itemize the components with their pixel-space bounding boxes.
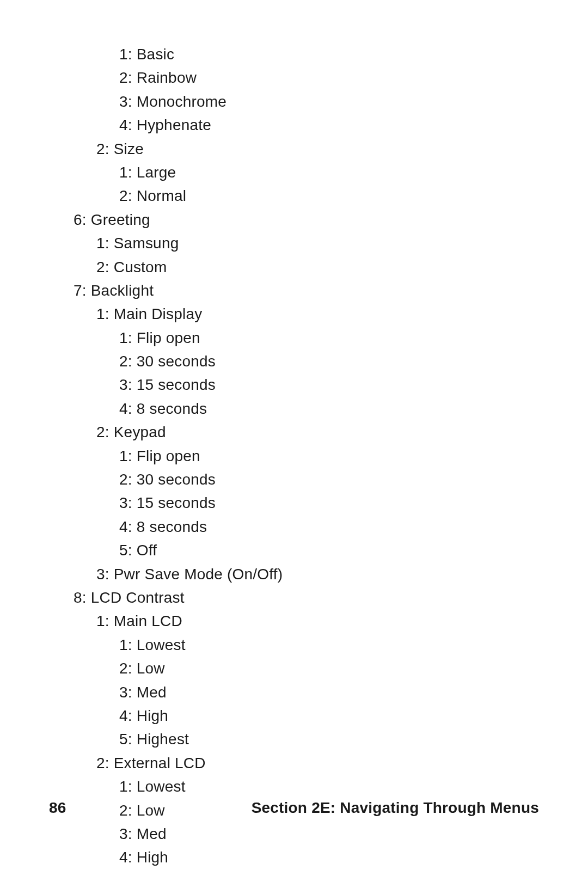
menu-item: 4: High	[74, 846, 539, 869]
menu-item: 6: Greeting	[74, 208, 539, 231]
menu-item: 1: Lowest	[74, 633, 539, 657]
page-number: 86	[49, 799, 66, 817]
menu-item: 5: Highest	[74, 727, 539, 751]
menu-item: 3: 15 seconds	[74, 373, 539, 396]
menu-item: 1: Samsung	[74, 231, 539, 255]
document-page: 1: Basic2: Rainbow3: Monochrome4: Hyphen…	[0, 0, 588, 882]
menu-item: 1: Main Display	[74, 302, 539, 326]
menu-item: 4: 8 seconds	[74, 397, 539, 420]
menu-item: 2: Custom	[74, 255, 539, 279]
menu-item: 1: Lowest	[74, 775, 539, 798]
menu-item: 4: Hyphenate	[74, 113, 539, 137]
menu-item: 2: Low	[74, 657, 539, 680]
menu-item: 2: External LCD	[74, 751, 539, 775]
menu-item: 1: Main LCD	[74, 609, 539, 633]
menu-list: 1: Basic2: Rainbow3: Monochrome4: Hyphen…	[74, 42, 539, 869]
menu-item: 8: LCD Contrast	[74, 586, 539, 609]
menu-item: 7: Backlight	[74, 279, 539, 302]
menu-item: 3: Monochrome	[74, 90, 539, 113]
menu-item: 5: Off	[74, 538, 539, 562]
menu-item: 2: 30 seconds	[74, 468, 539, 491]
menu-item: 3: Med	[74, 681, 539, 704]
section-title: Section 2E: Navigating Through Menus	[252, 799, 539, 817]
menu-item: 1: Basic	[74, 42, 539, 66]
menu-item: 2: Size	[74, 137, 539, 161]
menu-item: 2: Keypad	[74, 420, 539, 444]
menu-item: 4: 8 seconds	[74, 515, 539, 538]
menu-item: 3: Pwr Save Mode (On/Off)	[74, 562, 539, 586]
menu-item: 3: 15 seconds	[74, 491, 539, 514]
menu-item: 1: Flip open	[74, 444, 539, 468]
menu-item: 1: Flip open	[74, 326, 539, 350]
menu-item: 4: High	[74, 704, 539, 727]
menu-item: 2: Normal	[74, 184, 539, 207]
menu-item: 2: 30 seconds	[74, 350, 539, 373]
menu-item: 2: Rainbow	[74, 66, 539, 89]
menu-item: 3: Med	[74, 822, 539, 846]
page-footer: 86 Section 2E: Navigating Through Menus	[49, 799, 539, 817]
menu-item: 1: Large	[74, 161, 539, 184]
